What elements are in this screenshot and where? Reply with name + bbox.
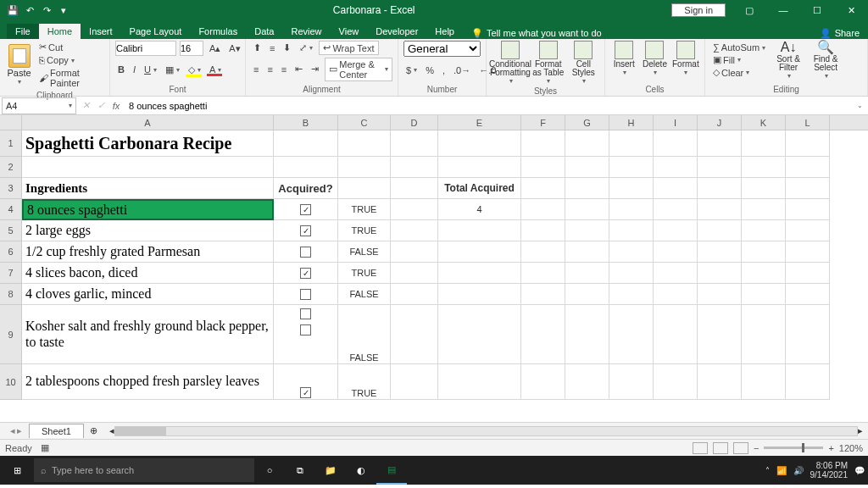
view-normal-button[interactable] bbox=[693, 442, 708, 454]
cell-k7[interactable] bbox=[742, 263, 786, 284]
zoom-out-button[interactable]: − bbox=[754, 443, 759, 453]
cell-e6[interactable] bbox=[438, 241, 521, 263]
cell-f7[interactable] bbox=[521, 263, 565, 284]
formula-bar-input[interactable] bbox=[124, 101, 852, 111]
fill-button[interactable]: ▣ Fill ▾ bbox=[710, 53, 768, 66]
col-header-i[interactable]: I bbox=[654, 115, 698, 130]
cell-i6[interactable] bbox=[654, 241, 698, 263]
col-header-e[interactable]: E bbox=[438, 115, 521, 130]
row-header-8[interactable]: 8 bbox=[0, 284, 22, 305]
cell-a7[interactable]: 4 slices bacon, diced bbox=[22, 263, 274, 284]
cell-i4[interactable] bbox=[654, 199, 698, 220]
cell-c6[interactable]: FALSE bbox=[338, 241, 391, 263]
cell-a3[interactable]: Ingredients bbox=[22, 178, 274, 199]
autosum-button[interactable]: ∑ AutoSum ▾ bbox=[710, 42, 768, 53]
cell-e8[interactable] bbox=[438, 284, 521, 305]
checkbox-b7[interactable]: ✓ bbox=[300, 268, 311, 279]
number-format-select[interactable]: General bbox=[403, 41, 481, 57]
cell-a6[interactable]: 1/2 cup freshly grated Parmesan bbox=[22, 241, 274, 263]
cell-l3[interactable] bbox=[786, 178, 830, 199]
sort-filter-button[interactable]: A↓Sort & Filter▾ bbox=[771, 41, 805, 80]
row-header-3[interactable]: 3 bbox=[0, 178, 22, 199]
cell-e1[interactable] bbox=[438, 130, 521, 157]
tell-me-search[interactable]: 💡 Tell me what you want to do bbox=[471, 27, 602, 39]
cell-g2[interactable] bbox=[565, 157, 609, 178]
italic-button[interactable]: I bbox=[131, 64, 138, 75]
conditional-formatting-button[interactable]: Conditional Formatting▾ bbox=[492, 41, 529, 85]
cell-c8[interactable]: FALSE bbox=[338, 284, 391, 305]
minimize-button[interactable]: — bbox=[766, 0, 800, 20]
cell-c3[interactable] bbox=[338, 178, 391, 199]
cell-c4[interactable]: TRUE bbox=[338, 199, 391, 220]
row-header-6[interactable]: 6 bbox=[0, 241, 22, 263]
format-as-table-button[interactable]: Format as Table▾ bbox=[532, 41, 565, 85]
cut-button[interactable]: ✂ Cut bbox=[36, 41, 104, 53]
cell-b3[interactable]: Acquired? bbox=[274, 178, 338, 199]
cell-i3[interactable] bbox=[654, 178, 698, 199]
align-left-button[interactable]: ≡ bbox=[251, 64, 261, 75]
cell-e3[interactable]: Total Acquired bbox=[438, 178, 521, 199]
cell-e9[interactable] bbox=[438, 305, 521, 364]
cell-a1[interactable]: Spaghetti Carbonara Recipe bbox=[22, 130, 274, 157]
cell-j9[interactable] bbox=[698, 305, 742, 364]
cell-f5[interactable] bbox=[521, 220, 565, 241]
cell-j3[interactable] bbox=[698, 178, 742, 199]
tab-formulas[interactable]: Formulas bbox=[190, 24, 246, 39]
cell-d2[interactable] bbox=[391, 157, 438, 178]
cell-k10[interactable] bbox=[742, 364, 786, 400]
cell-f9[interactable] bbox=[521, 305, 565, 364]
cell-l1[interactable] bbox=[786, 130, 830, 157]
tab-file[interactable]: File bbox=[7, 24, 39, 39]
checkbox-b9b[interactable] bbox=[300, 324, 311, 336]
cell-e7[interactable] bbox=[438, 263, 521, 284]
cell-l9[interactable] bbox=[786, 305, 830, 364]
align-middle-button[interactable]: ≡ bbox=[267, 42, 277, 54]
cell-h10[interactable] bbox=[609, 364, 654, 400]
format-cells-button[interactable]: Format▾ bbox=[672, 41, 699, 76]
name-box[interactable]: A4▾ bbox=[2, 97, 76, 114]
cell-l8[interactable] bbox=[786, 284, 830, 305]
cell-i7[interactable] bbox=[654, 263, 698, 284]
cell-i10[interactable] bbox=[654, 364, 698, 400]
checkbox-b4[interactable]: ✓ bbox=[300, 204, 311, 215]
cell-g6[interactable] bbox=[565, 241, 609, 263]
cell-h9[interactable] bbox=[609, 305, 654, 364]
currency-button[interactable]: $ ▾ bbox=[403, 64, 420, 76]
close-button[interactable]: ✕ bbox=[834, 0, 868, 20]
cell-g7[interactable] bbox=[565, 263, 609, 284]
tab-data[interactable]: Data bbox=[246, 24, 282, 39]
cell-k9[interactable] bbox=[742, 305, 786, 364]
sheet-tab-1[interactable]: Sheet1 bbox=[29, 424, 84, 438]
tray-wifi-icon[interactable]: 📶 bbox=[776, 466, 787, 475]
col-header-h[interactable]: H bbox=[609, 115, 654, 130]
cell-i8[interactable] bbox=[654, 284, 698, 305]
sign-in-button[interactable]: Sign in bbox=[671, 3, 726, 17]
cell-j8[interactable] bbox=[698, 284, 742, 305]
save-icon[interactable]: 💾 bbox=[7, 4, 19, 16]
cell-g10[interactable] bbox=[565, 364, 609, 400]
cell-j10[interactable] bbox=[698, 364, 742, 400]
tray-chevron-icon[interactable]: ˄ bbox=[765, 466, 770, 475]
cell-l2[interactable] bbox=[786, 157, 830, 178]
cell-h8[interactable] bbox=[609, 284, 654, 305]
clear-button[interactable]: ◇ Clear ▾ bbox=[710, 66, 768, 79]
cell-b6[interactable] bbox=[274, 241, 338, 263]
cell-a8[interactable]: 4 cloves garlic, minced bbox=[22, 284, 274, 305]
cell-d4[interactable] bbox=[391, 199, 438, 220]
cell-h2[interactable] bbox=[609, 157, 654, 178]
cell-b5[interactable]: ✓ bbox=[274, 220, 338, 241]
start-button[interactable]: ⊞ bbox=[0, 465, 34, 476]
tab-review[interactable]: Review bbox=[282, 24, 330, 39]
cell-a10[interactable]: 2 tablespoons chopped fresh parsley leav… bbox=[22, 364, 274, 400]
checkbox-b6[interactable] bbox=[300, 247, 311, 258]
taskbar-search[interactable]: ⌕ Type here to search bbox=[34, 458, 254, 482]
paste-button[interactable]: Paste▾ bbox=[5, 44, 33, 86]
taskbar-clock[interactable]: 8:06 PM 9/14/2021 bbox=[810, 461, 849, 480]
cell-k4[interactable] bbox=[742, 199, 786, 220]
cell-f6[interactable] bbox=[521, 241, 565, 263]
cell-j6[interactable] bbox=[698, 241, 742, 263]
delete-cells-button[interactable]: Delete▾ bbox=[641, 41, 668, 76]
zoom-slider[interactable] bbox=[764, 446, 823, 449]
cell-a2[interactable] bbox=[22, 157, 274, 178]
font-size-input[interactable] bbox=[180, 41, 203, 56]
